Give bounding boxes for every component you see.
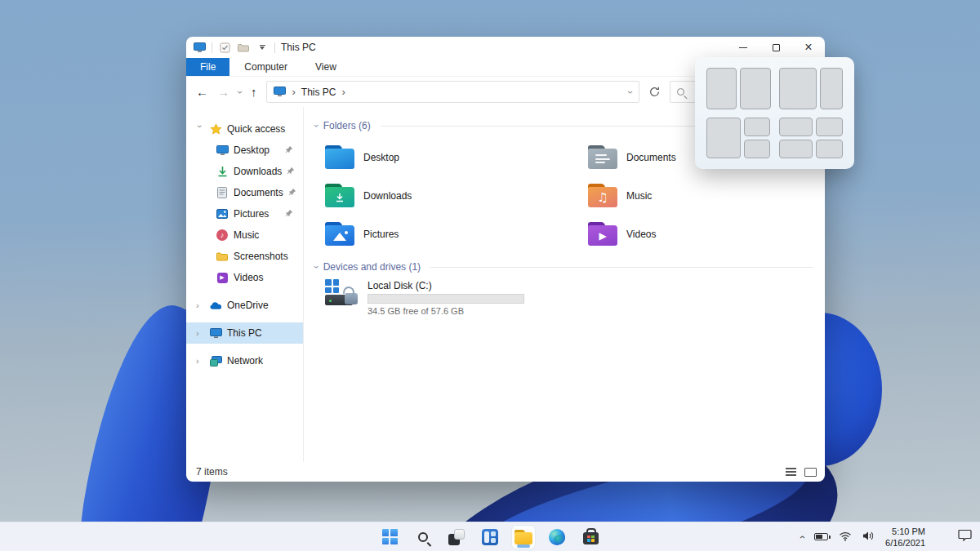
collapse-chevron-icon[interactable]: ›	[312, 265, 322, 269]
sidebar-item-quick-access[interactable]: › Quick access	[186, 118, 303, 140]
folder-tile-desktop[interactable]: Desktop	[325, 138, 588, 176]
recent-locations-chevron-icon[interactable]: ›	[234, 91, 246, 94]
snap-zone[interactable]	[744, 118, 770, 136]
sidebar-item-desktop[interactable]: Desktop	[186, 140, 303, 161]
desktop-wallpaper: This PC × File Computer View ← → › ↑ › T…	[0, 0, 980, 551]
store-button[interactable]	[579, 526, 602, 549]
edge-icon	[549, 529, 565, 545]
address-bar[interactable]: › This PC › ›	[266, 81, 640, 103]
snap-zone[interactable]	[744, 140, 770, 158]
music-icon: ♪	[216, 229, 229, 242]
file-explorer-button[interactable]	[512, 526, 535, 549]
details-view-button[interactable]	[786, 466, 796, 478]
tab-computer[interactable]: Computer	[231, 58, 301, 76]
pin-icon	[288, 187, 296, 198]
snap-layout-two-columns-wide-left[interactable]	[779, 68, 844, 109]
chevron-right-icon[interactable]: ›	[196, 328, 204, 338]
sidebar-item-videos[interactable]: ▶ Videos	[186, 267, 303, 288]
edge-button[interactable]	[546, 526, 568, 549]
snap-layout-four-quadrants[interactable]	[779, 118, 844, 159]
bitlocker-lock-icon	[345, 293, 358, 304]
address-dropdown-chevron-icon[interactable]: ›	[625, 91, 636, 94]
folder-name: Pictures	[363, 229, 399, 240]
sidebar-item-screenshots[interactable]: Screenshots	[186, 246, 303, 267]
snap-layout-two-equal-columns[interactable]	[706, 68, 771, 109]
sidebar-item-label: This PC	[227, 327, 262, 339]
drive-free-space: 34.5 GB free of 57.6 GB	[368, 306, 524, 316]
snap-zone[interactable]	[779, 118, 813, 136]
search-button[interactable]	[412, 526, 434, 549]
sidebar-item-documents[interactable]: Documents	[186, 182, 303, 203]
properties-button[interactable]	[218, 41, 231, 54]
snap-zone[interactable]	[779, 68, 817, 109]
forward-button[interactable]: →	[217, 85, 229, 99]
taskbar: › 5:10 PM 6/16/2021	[0, 522, 980, 551]
sidebar-item-downloads[interactable]: Downloads	[186, 161, 303, 182]
breadcrumb-chevron-icon[interactable]: ›	[342, 86, 345, 98]
drive-tile-local-disk-c[interactable]: Local Disk (C:) 34.5 GB free of 57.6 GB	[325, 279, 813, 316]
minimize-icon	[739, 47, 747, 48]
sidebar-item-music[interactable]: ♪ Music	[186, 224, 303, 246]
qat-customize-button[interactable]	[256, 41, 269, 54]
snap-zone[interactable]	[740, 68, 770, 109]
snap-zone[interactable]	[816, 140, 843, 158]
refresh-button[interactable]	[648, 86, 661, 98]
window-title: This PC	[281, 42, 316, 53]
snap-layout-left-main-right-stack[interactable]	[706, 118, 771, 159]
minimize-button[interactable]	[727, 37, 760, 58]
chevron-right-icon[interactable]: ›	[196, 356, 204, 366]
documents-icon	[216, 186, 229, 199]
status-bar: 7 items	[186, 462, 825, 482]
tab-file[interactable]: File	[186, 58, 229, 76]
close-button[interactable]: ×	[792, 37, 825, 58]
folder-tile-pictures[interactable]: Pictures	[325, 215, 588, 253]
snap-zone[interactable]	[816, 118, 843, 136]
downloads-icon	[216, 165, 229, 178]
system-tray: › 5:10 PM 6/16/2021	[800, 522, 972, 551]
tray-clock[interactable]: 5:10 PM 6/16/2021	[885, 526, 925, 549]
tab-view[interactable]: View	[302, 58, 350, 76]
group-label: Devices and drives (1)	[323, 261, 421, 273]
documents-folder-icon	[588, 145, 617, 169]
pin-icon	[287, 166, 295, 177]
sidebar-item-onedrive[interactable]: › OneDrive	[186, 295, 303, 316]
widgets-button[interactable]	[479, 526, 501, 549]
sidebar-item-label: Pictures	[234, 208, 269, 220]
windows-logo-icon	[382, 529, 398, 544]
chevron-down-icon[interactable]: ›	[195, 125, 205, 133]
breadcrumb-this-pc[interactable]: This PC	[301, 87, 336, 98]
battery-icon[interactable]	[814, 533, 828, 540]
folder-tile-music[interactable]: ♫ Music	[588, 176, 813, 215]
snap-zone[interactable]	[820, 68, 843, 109]
snap-zone[interactable]	[706, 118, 741, 159]
sidebar-item-network[interactable]: › Network	[186, 350, 303, 371]
notification-center-button[interactable]	[958, 529, 972, 544]
this-pc-icon	[193, 41, 206, 54]
collapse-chevron-icon[interactable]: ›	[312, 124, 322, 127]
back-button[interactable]: ←	[196, 85, 208, 99]
new-folder-button[interactable]	[237, 41, 250, 54]
breadcrumb-chevron-icon: ›	[292, 86, 296, 98]
sidebar-item-this-pc[interactable]: › This PC	[186, 322, 303, 344]
large-icons-view-button[interactable]	[804, 468, 817, 477]
maximize-button[interactable]	[760, 37, 792, 58]
sidebar-item-pictures[interactable]: Pictures	[186, 203, 303, 224]
item-count: 7 items	[196, 466, 228, 478]
hidden-icons-chevron-icon[interactable]: ›	[796, 535, 808, 539]
folder-name: Documents	[626, 152, 676, 163]
wifi-icon[interactable]	[839, 530, 852, 544]
maximize-icon	[773, 44, 780, 51]
sidebar-item-label: Downloads	[234, 166, 282, 177]
snap-zone[interactable]	[779, 140, 813, 158]
start-button[interactable]	[378, 526, 401, 549]
search-icon	[677, 88, 684, 96]
volume-icon[interactable]	[862, 530, 875, 544]
up-button[interactable]: ↑	[251, 85, 257, 99]
task-view-button[interactable]	[445, 526, 468, 549]
snap-layouts-grid	[706, 68, 843, 158]
snap-zone[interactable]	[706, 68, 737, 109]
chevron-right-icon[interactable]: ›	[196, 300, 204, 310]
folder-tile-downloads[interactable]: Downloads	[325, 176, 588, 215]
folder-tile-videos[interactable]: ▶ Videos	[588, 215, 813, 253]
windows-flag-icon	[325, 279, 339, 293]
